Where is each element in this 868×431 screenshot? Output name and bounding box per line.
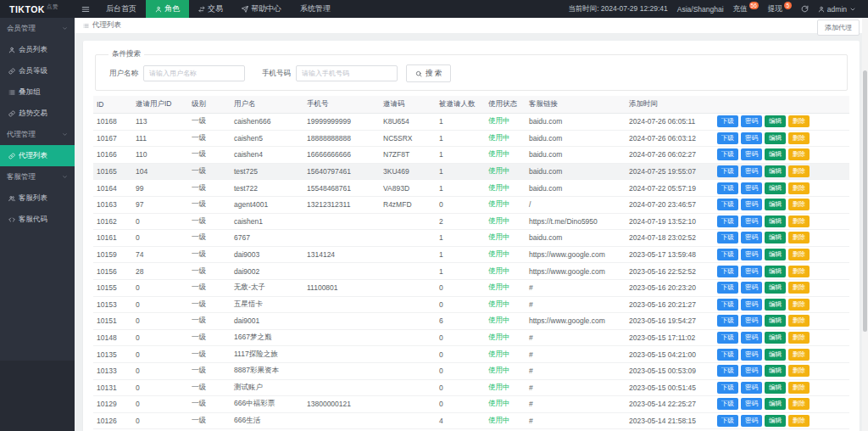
subordinate-button[interactable]: 下级 — [717, 365, 738, 377]
edit-button[interactable]: 编辑 — [765, 132, 786, 144]
subordinate-button[interactable]: 下级 — [717, 199, 738, 210]
password-button[interactable]: 密码 — [741, 382, 762, 394]
edit-button[interactable]: 编辑 — [765, 415, 786, 427]
password-button[interactable]: 密码 — [741, 132, 762, 144]
sidebar-group-agent[interactable]: 代理管理 — [0, 124, 75, 145]
delete-button[interactable]: 删除 — [788, 115, 810, 127]
delete-button[interactable]: 删除 — [788, 266, 810, 277]
subordinate-button[interactable]: 下级 — [717, 282, 738, 294]
edit-button[interactable]: 编辑 — [765, 315, 786, 327]
delete-button[interactable]: 删除 — [788, 415, 810, 427]
password-button[interactable]: 密码 — [741, 148, 762, 160]
password-button[interactable]: 密码 — [741, 315, 762, 327]
subordinate-button[interactable]: 下级 — [717, 232, 738, 243]
password-button[interactable]: 密码 — [741, 165, 762, 177]
delete-button[interactable]: 删除 — [788, 232, 810, 243]
subordinate-button[interactable]: 下级 — [717, 266, 738, 277]
delete-button[interactable]: 删除 — [788, 249, 810, 260]
delete-button[interactable]: 删除 — [788, 332, 810, 344]
password-button[interactable]: 密码 — [741, 249, 762, 260]
edit-button[interactable]: 编辑 — [765, 165, 786, 177]
app-logo[interactable]: TIKTOK点赞 — [0, 3, 75, 14]
sidebar-item-agent-list[interactable]: 代理列表 — [0, 145, 75, 166]
delete-button[interactable]: 删除 — [788, 199, 810, 210]
delete-button[interactable]: 删除 — [788, 182, 810, 194]
password-button[interactable]: 密码 — [741, 299, 762, 311]
password-button[interactable]: 密码 — [741, 365, 762, 377]
nav-item-help[interactable]: 帮助中心 — [232, 0, 291, 18]
delete-button[interactable]: 删除 — [788, 382, 810, 394]
subordinate-button[interactable]: 下级 — [717, 398, 738, 410]
sidebar-item-service-list[interactable]: 客服列表 — [0, 188, 75, 209]
edit-button[interactable]: 编辑 — [765, 232, 786, 243]
edit-button[interactable]: 编辑 — [765, 216, 786, 227]
sidebar-item-trend-trade[interactable]: 趋势交易 — [0, 103, 75, 124]
subordinate-button[interactable]: 下级 — [717, 115, 738, 127]
sidebar-item-service-code[interactable]: 客服代码 — [0, 209, 75, 230]
password-button[interactable]: 密码 — [741, 266, 762, 277]
edit-button[interactable]: 编辑 — [765, 332, 786, 344]
password-button[interactable]: 密码 — [741, 415, 762, 427]
nav-item-dashboard[interactable]: 后台首页 — [97, 0, 146, 18]
sidebar-item-member-list[interactable]: 会员列表 — [0, 39, 75, 60]
subordinate-button[interactable]: 下级 — [717, 165, 738, 177]
edit-button[interactable]: 编辑 — [765, 182, 786, 194]
edit-button[interactable]: 编辑 — [765, 398, 786, 410]
delete-button[interactable]: 删除 — [788, 365, 810, 377]
password-button[interactable]: 密码 — [741, 182, 762, 194]
sidebar-item-stack-group[interactable]: 叠加组 — [0, 81, 75, 103]
delete-button[interactable]: 删除 — [788, 282, 810, 294]
search-button[interactable]: 搜 索 — [406, 64, 451, 82]
subordinate-button[interactable]: 下级 — [717, 315, 738, 327]
password-button[interactable]: 密码 — [741, 398, 762, 410]
refresh-icon[interactable] — [801, 5, 809, 13]
password-button[interactable]: 密码 — [741, 216, 762, 227]
edit-button[interactable]: 编辑 — [765, 115, 786, 127]
password-button[interactable]: 密码 — [741, 232, 762, 243]
edit-button[interactable]: 编辑 — [765, 249, 786, 260]
subordinate-button[interactable]: 下级 — [717, 349, 738, 361]
subordinate-button[interactable]: 下级 — [717, 332, 738, 344]
delete-button[interactable]: 删除 — [788, 216, 810, 227]
delete-button[interactable]: 删除 — [788, 132, 810, 144]
password-button[interactable]: 密码 — [741, 199, 762, 210]
subordinate-button[interactable]: 下级 — [717, 382, 738, 394]
edit-button[interactable]: 编辑 — [765, 266, 786, 277]
subordinate-button[interactable]: 下级 — [717, 182, 738, 194]
subordinate-button[interactable]: 下级 — [717, 415, 738, 427]
delete-button[interactable]: 删除 — [788, 148, 810, 160]
sidebar-group-service[interactable]: 客服管理 — [0, 166, 75, 188]
edit-button[interactable]: 编辑 — [765, 349, 786, 361]
nav-item-trade[interactable]: 交易 — [189, 0, 232, 18]
subordinate-button[interactable]: 下级 — [717, 132, 738, 144]
username-input[interactable] — [143, 65, 245, 81]
subordinate-button[interactable]: 下级 — [717, 216, 738, 227]
delete-button[interactable]: 删除 — [788, 349, 810, 361]
user-menu[interactable]: admin — [818, 5, 856, 14]
password-button[interactable]: 密码 — [741, 282, 762, 294]
sidebar-group-member[interactable]: 会员管理 — [0, 18, 75, 39]
password-button[interactable]: 密码 — [741, 115, 762, 127]
nav-item-role[interactable]: 角色 — [146, 0, 189, 18]
vertical-scrollbar[interactable] — [862, 18, 868, 431]
sidebar-item-member-level[interactable]: 会员等级 — [0, 60, 75, 81]
edit-button[interactable]: 编辑 — [765, 282, 786, 294]
recharge-link[interactable]: 充值 56 — [733, 4, 759, 14]
delete-button[interactable]: 删除 — [788, 299, 810, 311]
delete-button[interactable]: 删除 — [788, 165, 810, 177]
withdraw-link[interactable]: 提现 5 — [768, 4, 792, 14]
scrollbar-thumb[interactable] — [863, 70, 867, 332]
edit-button[interactable]: 编辑 — [765, 299, 786, 311]
subordinate-button[interactable]: 下级 — [717, 148, 738, 160]
phone-input[interactable] — [296, 65, 398, 81]
edit-button[interactable]: 编辑 — [765, 148, 786, 160]
password-button[interactable]: 密码 — [741, 349, 762, 361]
subordinate-button[interactable]: 下级 — [717, 249, 738, 260]
password-button[interactable]: 密码 — [741, 332, 762, 344]
edit-button[interactable]: 编辑 — [765, 199, 786, 210]
delete-button[interactable]: 删除 — [788, 398, 810, 410]
edit-button[interactable]: 编辑 — [765, 365, 786, 377]
edit-button[interactable]: 编辑 — [765, 382, 786, 394]
delete-button[interactable]: 删除 — [788, 315, 810, 327]
sidebar-toggle-button[interactable] — [75, 5, 97, 14]
